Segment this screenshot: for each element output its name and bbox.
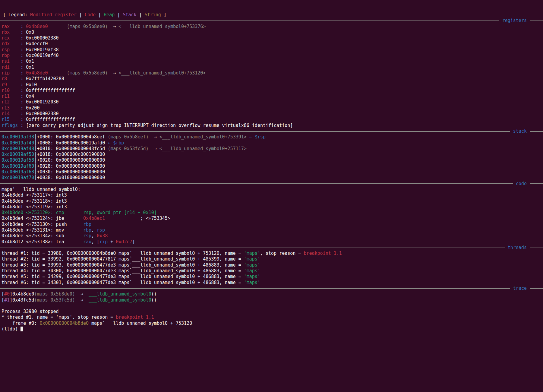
terminal-line: r15 : 0xffffffffffffffff bbox=[0, 117, 543, 122]
terminal-line: maps'___lldb_unnamed_symbol0: bbox=[0, 187, 543, 192]
rule-line bbox=[0, 131, 510, 132]
terminal-line: (lldb) bbox=[0, 326, 543, 332]
terminal-line: thread #4: tid = 34300, 0x0000000000477d… bbox=[0, 268, 543, 274]
terminal-line: 0x4b8deb <+753131>: mov rbp, rsp bbox=[0, 227, 543, 233]
terminal-line: 0x4b8de0 <+753120>: cmp rsp, qword ptr [… bbox=[0, 210, 543, 216]
rule-line bbox=[530, 21, 543, 21]
terminal-line: 0x4b8ddd <+753117>: int3 bbox=[0, 192, 543, 198]
threads-rule: threads bbox=[0, 245, 543, 251]
terminal-line: 0xc00019af40│+0008: 0x000000c00019afd0 ←… bbox=[0, 140, 543, 146]
registers-rule-label: registers bbox=[499, 18, 530, 24]
terminal-line: thread #5: tid = 34299, 0x0000000000477d… bbox=[0, 274, 543, 280]
terminal-line: r12 : 0xc000192030 bbox=[0, 99, 543, 105]
trace-rule-label: trace bbox=[510, 286, 530, 291]
threads-rule-label: threads bbox=[505, 245, 530, 251]
rule-line bbox=[530, 131, 543, 132]
terminal-line: r8 : 0x7fffb1420288 bbox=[0, 76, 543, 82]
terminal-line: rdx : 0x4eccf0 bbox=[0, 41, 543, 47]
rule-line bbox=[0, 288, 510, 289]
terminal-line: r14 : 0xc000002380 bbox=[0, 111, 543, 117]
terminal-line: r9 : 0x10 bbox=[0, 82, 543, 88]
terminal-cursor bbox=[21, 327, 23, 331]
rule-line bbox=[530, 288, 543, 289]
terminal-line: 0xc00019af38│+0000: 0x00000000004b8eef (… bbox=[0, 134, 543, 140]
trace-rule: trace bbox=[0, 286, 543, 291]
terminal-line: 0xc00019af58│+0020: 0x0000000000000000 bbox=[0, 157, 543, 163]
code-rule: code bbox=[0, 181, 543, 187]
threads-lines: thread #1: tid = 33980, 0x00000000004b8d… bbox=[0, 251, 543, 286]
terminal-line: thread #3: tid = 33993, 0x0000000000477d… bbox=[0, 262, 543, 268]
terminal-line: Process 33980 stopped bbox=[0, 309, 543, 315]
terminal-line: * thread #1, name = 'maps', stop reason … bbox=[0, 315, 543, 320]
code-rule-label: code bbox=[513, 181, 530, 187]
stack-section: stack 0xc00019af38│+0000: 0x00000000004b… bbox=[0, 128, 543, 181]
terminal-line: rcx : 0xc000002380 bbox=[0, 35, 543, 41]
terminal-line: r11 : 0x4 bbox=[0, 93, 543, 99]
terminal-line: 0xc00019af50│+0018: 0x000000c000190000 bbox=[0, 152, 543, 157]
legend-line: [ Legend: Modified register | Code | Hea… bbox=[0, 12, 543, 18]
rule-line bbox=[530, 183, 543, 184]
terminal-line: rax : 0x4b8ee0 (maps 0x5b8ee0) → <___lld… bbox=[0, 24, 543, 30]
stack-rule-label: stack bbox=[510, 128, 530, 134]
rule-line bbox=[530, 248, 543, 248]
terminal-line: r10 : 0xffffffffffffffff bbox=[0, 88, 543, 93]
terminal-line: frame #0: 0x00000000004b8de0 maps`___lld… bbox=[0, 321, 543, 326]
terminal-line: 0xc00019af48│+0010: 0x000000000043fc5d (… bbox=[0, 146, 543, 152]
rule-line bbox=[0, 183, 513, 184]
trace-section: trace [#0]0x4b8de0(maps 0x5b8de0) → ___l… bbox=[0, 286, 543, 303]
terminal-line: 0xc00019af68│+0030: 0x0000000000000000 bbox=[0, 169, 543, 175]
terminal-line: [ Legend: Modified register | Code | Hea… bbox=[2, 12, 543, 18]
rule-line bbox=[0, 248, 505, 248]
terminal-line: rbp : 0xc00019af40 bbox=[0, 53, 543, 58]
terminal-line: rflags : [zero carry parity adjust sign … bbox=[0, 123, 543, 128]
terminal-line: 0x4b8dde <+753118>: int3 bbox=[0, 198, 543, 204]
terminal-line: 0x4b8dee <+753134>: sub rsp, 0x38 bbox=[0, 233, 543, 239]
terminal-line: r13 : 0x200 bbox=[0, 105, 543, 111]
terminal-line: thread #1: tid = 33980, 0x00000000004b8d… bbox=[0, 251, 543, 256]
terminal-line bbox=[0, 303, 543, 309]
code-lines: maps'___lldb_unnamed_symbol0:0x4b8ddd <+… bbox=[0, 187, 543, 245]
terminal-line: thread #2: tid = 33992, 0x00000000004778… bbox=[0, 256, 543, 262]
registers-lines: rax : 0x4b8ee0 (maps 0x5b8ee0) → <___lld… bbox=[0, 24, 543, 128]
stack-rule: stack bbox=[0, 128, 543, 134]
terminal-line: 0x4b8dea <+753130>: push rbp bbox=[0, 222, 543, 227]
terminal-line: rip : 0x4b8de0 (maps 0x5b8de0) → <___lld… bbox=[0, 70, 543, 76]
trace-lines: [#0]0x4b8de0(maps 0x5b8de0) → ___lldb_un… bbox=[0, 291, 543, 303]
terminal-line: rsi : 0x1 bbox=[0, 58, 543, 64]
terminal-line: rbx : 0x0 bbox=[0, 30, 543, 35]
lldb-terminal[interactable]: [ Legend: Modified register | Code | Hea… bbox=[0, 0, 543, 392]
prompt-area[interactable]: Process 33980 stopped* thread #1, name =… bbox=[0, 303, 543, 332]
threads-section: threads thread #1: tid = 33980, 0x000000… bbox=[0, 245, 543, 286]
terminal-line: 0x4b8df2 <+753138>: lea rax, [rip + 0xd2… bbox=[0, 239, 543, 245]
terminal-line: rdi : 0x1 bbox=[0, 65, 543, 70]
terminal-line: [#1]0x43fc5d(maps 0x53fc5d) → ___lldb_un… bbox=[0, 297, 543, 303]
terminal-line: rsp : 0xc00019af38 bbox=[0, 47, 543, 53]
terminal-line: 0xc00019af70│+0038: 0x0100000000000000 bbox=[0, 175, 543, 181]
registers-section: registers rax : 0x4b8ee0 (maps 0x5b8ee0)… bbox=[0, 18, 543, 128]
registers-rule: registers bbox=[0, 18, 543, 24]
code-section: code maps'___lldb_unnamed_symbol0:0x4b8d… bbox=[0, 181, 543, 245]
terminal-line: 0x4b8ddf <+753119>: int3 bbox=[0, 204, 543, 210]
terminal-line: 0xc00019af60│+0028: 0x0000000000000000 bbox=[0, 163, 543, 169]
terminal-line: 0x4b8de4 <+753124>: jbe 0x4b8ec1 ; <+753… bbox=[0, 216, 543, 221]
rule-line bbox=[0, 21, 499, 21]
stack-lines: 0xc00019af38│+0000: 0x00000000004b8eef (… bbox=[0, 134, 543, 181]
terminal-line: [#0]0x4b8de0(maps 0x5b8de0) → ___lldb_un… bbox=[0, 291, 543, 297]
terminal-line: thread #6: tid = 34301, 0x0000000000477d… bbox=[0, 280, 543, 286]
